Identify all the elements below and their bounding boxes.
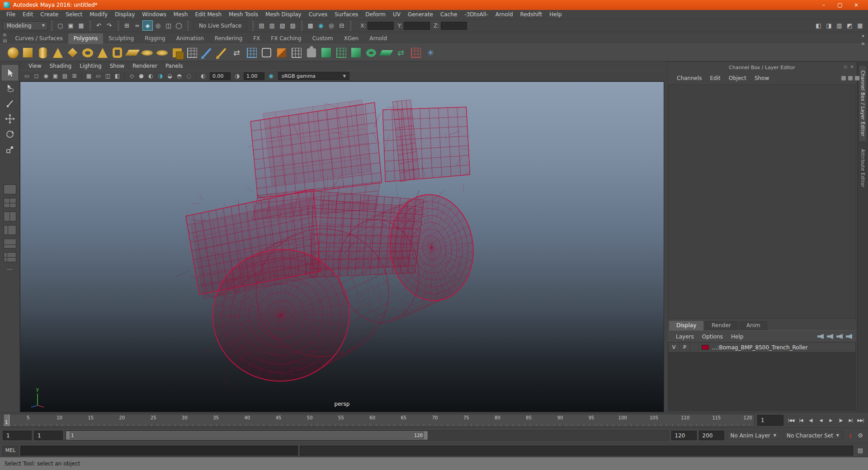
poly-sphere-icon[interactable] <box>5 45 20 61</box>
menu-mesh-tools[interactable]: Mesh Tools <box>225 10 262 19</box>
shelf-tab-fx-caching[interactable]: FX Caching <box>265 33 307 44</box>
shelf-tab-rigging[interactable]: Rigging <box>139 33 170 44</box>
range-slider-bar[interactable]: 1 120 <box>66 431 428 440</box>
exposure-icon[interactable]: ◐ <box>199 72 208 80</box>
motion-blur-icon[interactable]: ◌ <box>184 72 193 80</box>
layer-menu-options[interactable]: Options <box>698 334 727 340</box>
mesh-combine-icon[interactable] <box>170 45 184 61</box>
gamma-field[interactable]: 1.00 <box>244 72 264 80</box>
animation-end-field[interactable]: 200 <box>699 431 724 440</box>
manip-icon-3[interactable] <box>855 76 859 80</box>
2d-pan-zoom-icon[interactable]: ⊞ <box>70 72 79 80</box>
y-input[interactable] <box>404 22 430 30</box>
shelf-menu-icon[interactable]: ▾ <box>862 33 864 38</box>
channel-box-menu-channels[interactable]: Channels <box>673 75 706 81</box>
panel-menu-panels[interactable]: Panels <box>161 63 187 69</box>
live-surface-indicator[interactable]: No Live Surface <box>193 21 247 30</box>
x-input[interactable] <box>368 22 394 30</box>
mesh-separate-icon[interactable] <box>184 45 199 61</box>
multi-cut-icon[interactable] <box>199 45 214 61</box>
menu-select[interactable]: Select <box>62 10 86 19</box>
panel-menu-view[interactable]: View <box>24 63 45 69</box>
shelf-tab-xgen[interactable]: XGen <box>339 33 364 44</box>
select-tool[interactable] <box>2 65 18 80</box>
step-forward-key-button[interactable]: ▶| <box>846 415 855 426</box>
shelf-gear-icon[interactable]: ⚙ <box>3 33 7 38</box>
paint-select-tool[interactable] <box>2 96 18 111</box>
snap-to-points-icon[interactable]: ◈ <box>142 20 153 31</box>
list-output-operations-icon[interactable]: ▥ <box>267 20 277 31</box>
channel-box-menu-show[interactable]: Show <box>750 75 773 81</box>
panel-menu-shading[interactable]: Shading <box>45 63 75 69</box>
panel-menu-show[interactable]: Show <box>106 63 128 69</box>
channel-box-menu-edit[interactable]: Edit <box>706 75 725 81</box>
mesh-smooth-icon[interactable] <box>259 45 274 61</box>
single-pane-layout[interactable] <box>4 184 16 194</box>
connect-icon[interactable]: ✳ <box>423 45 438 61</box>
list-input-operations-icon[interactable]: ▤ <box>256 20 267 31</box>
shelf-tab-rendering[interactable]: Rendering <box>209 33 248 44</box>
crease-tool-icon[interactable] <box>214 45 229 61</box>
poly-gear-icon[interactable] <box>155 45 170 61</box>
viewport-3d[interactable]: y persp <box>20 81 664 412</box>
show-channel-box-icon[interactable]: ▦ <box>855 20 865 31</box>
panel-menu-renderer[interactable]: Renderer <box>128 63 161 69</box>
layer-tab-display[interactable]: Display <box>669 321 703 330</box>
bevel-icon[interactable] <box>319 45 334 61</box>
menu-edit[interactable]: Edit <box>19 10 37 19</box>
layer-menu-layers[interactable]: Layers <box>672 334 698 340</box>
play-forwards-button[interactable]: ▶ <box>826 415 835 426</box>
exposure-field[interactable]: 0.00 <box>210 72 231 80</box>
menuset-dropdown[interactable]: Modeling ▼ <box>3 21 48 30</box>
resolution-gate-icon[interactable]: ◫ <box>104 72 112 80</box>
anim-layer-dropdown[interactable]: No Anim Layer ▼ <box>726 431 780 440</box>
animation-start-field[interactable]: 1 <box>3 431 32 440</box>
character-set-dropdown[interactable]: No Character Set ▼ <box>783 431 843 440</box>
scale-tool[interactable] <box>2 142 18 157</box>
manip-icon-2[interactable] <box>848 76 853 80</box>
layer-playback-toggle[interactable]: P <box>679 343 690 352</box>
go-to-start-button[interactable]: |◀◀ <box>786 415 796 426</box>
shelf-list-icon[interactable]: ≡ <box>861 41 865 46</box>
menu-surfaces[interactable]: Surfaces <box>331 10 362 19</box>
menu-3dtoall[interactable]: -3DtoAll- <box>461 10 491 19</box>
open-scene-icon[interactable]: ▣ <box>66 20 76 31</box>
booleans-icon[interactable] <box>408 45 423 61</box>
step-back-key-button[interactable]: |◀ <box>796 415 806 426</box>
spin-edge-icon[interactable]: ⇄ <box>393 45 408 61</box>
shelf-tab-polygons[interactable]: Polygons <box>68 33 103 44</box>
poke-icon[interactable] <box>289 45 304 61</box>
channel-box-menu-object[interactable]: Object <box>725 75 750 81</box>
quad-draw-icon[interactable] <box>244 45 259 61</box>
menu-mesh-display[interactable]: Mesh Display <box>262 10 305 19</box>
z-input[interactable] <box>441 22 467 30</box>
construction-history-icon[interactable]: ▧ <box>277 20 288 31</box>
poly-torus-icon[interactable] <box>80 45 95 61</box>
new-scene-icon[interactable]: ▢ <box>55 20 66 31</box>
menu-mesh[interactable]: Mesh <box>170 10 192 19</box>
menu-curves[interactable]: Curves <box>305 10 331 19</box>
show-attribute-editor-icon[interactable]: ▥ <box>834 20 844 31</box>
channel-box-empty-area[interactable] <box>668 85 856 319</box>
render-settings-icon[interactable]: ⊟ <box>336 20 347 31</box>
wireframe-model[interactable] <box>20 82 664 412</box>
menu-cache[interactable]: Cache <box>437 10 461 19</box>
menu-windows[interactable]: Windows <box>138 10 170 19</box>
shelf-tab-fx[interactable]: FX <box>248 33 265 44</box>
command-language-toggle[interactable]: MEL <box>2 446 19 456</box>
script-editor-icon[interactable]: ▤ <box>855 446 866 456</box>
textured-mode-icon[interactable]: ◐ <box>146 72 155 80</box>
view-transform-toggle-icon[interactable]: ◉ <box>267 72 275 80</box>
three-pane-left-layout[interactable] <box>4 225 16 235</box>
step-back-frame-button[interactable]: ◀| <box>806 415 816 426</box>
outliner-persp-layout[interactable] <box>4 252 16 262</box>
pin-panel-icon[interactable]: ▫ <box>844 64 847 70</box>
current-frame-field[interactable]: 1 <box>757 415 783 426</box>
move-layer-down-icon[interactable] <box>827 334 833 339</box>
poly-platonic-icon[interactable] <box>65 45 80 61</box>
more-layouts[interactable]: … <box>4 266 16 276</box>
gamma-icon[interactable]: ◑ <box>233 72 241 80</box>
layer-tab-render[interactable]: Render <box>704 321 738 330</box>
shadows-icon[interactable]: ◒ <box>165 72 174 80</box>
open-render-view-icon[interactable]: ▩ <box>305 20 316 31</box>
